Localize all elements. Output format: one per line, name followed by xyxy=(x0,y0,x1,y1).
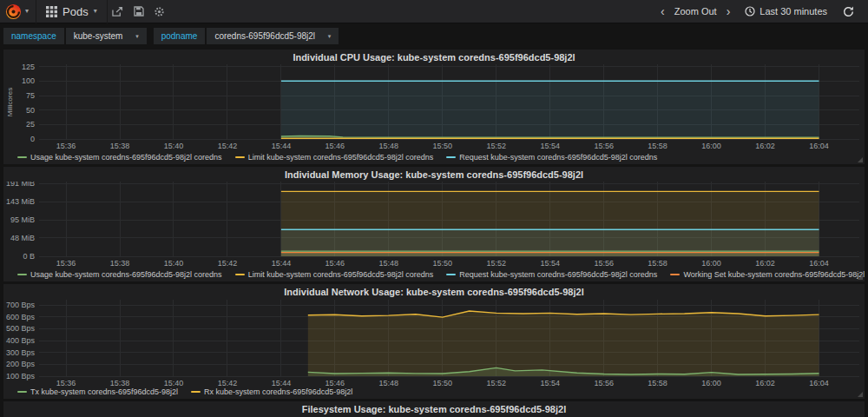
svg-text:25: 25 xyxy=(26,120,35,129)
svg-text:15:50: 15:50 xyxy=(433,259,453,268)
dashboard-grid-icon xyxy=(46,6,57,17)
network-usage-chart[interactable]: 15:3615:3815:4015:4215:4415:4615:4815:50… xyxy=(3,300,865,388)
share-icon xyxy=(112,6,123,17)
legend-swatch-icon xyxy=(446,156,456,158)
svg-text:15:42: 15:42 xyxy=(218,259,238,268)
legend-label: Limit kube-system coredns-695f96dcd5-98j… xyxy=(248,153,434,162)
legend-swatch-icon xyxy=(446,274,456,275)
legend-item[interactable]: Tx kube-system coredns-695f96dcd5-98j2l xyxy=(17,387,178,396)
svg-text:15:36: 15:36 xyxy=(56,259,76,268)
legend-item[interactable]: Limit kube-system coredns-695f96dcd5-98j… xyxy=(235,270,434,279)
svg-text:600 Bps: 600 Bps xyxy=(6,313,36,321)
svg-text:15:38: 15:38 xyxy=(110,259,130,268)
time-shift-back-button[interactable]: ‹ xyxy=(656,4,669,18)
svg-text:15:52: 15:52 xyxy=(486,259,506,268)
svg-text:15:58: 15:58 xyxy=(648,142,667,150)
clock-icon xyxy=(745,6,755,17)
dashboard-title: Pods xyxy=(62,5,89,18)
refresh-button[interactable] xyxy=(838,6,859,17)
legend-label: Usage kube-system coredns-695f96dcd5-98j… xyxy=(30,270,222,279)
svg-text:300 Bps: 300 Bps xyxy=(6,348,36,357)
svg-text:16:04: 16:04 xyxy=(809,142,829,150)
svg-text:15:44: 15:44 xyxy=(272,259,292,268)
svg-text:15:40: 15:40 xyxy=(164,259,184,268)
panel-title[interactable]: Individual Network Usage: kube-system co… xyxy=(3,287,865,297)
svg-text:15:52: 15:52 xyxy=(486,142,506,150)
resize-grip[interactable] xyxy=(858,392,863,397)
settings-button[interactable] xyxy=(149,0,170,23)
zoom-out-button[interactable]: Zoom Out xyxy=(673,6,719,17)
cpu-usage-chart[interactable]: 15:3615:3815:4015:4215:4415:4615:4815:50… xyxy=(3,64,865,151)
svg-text:15:40: 15:40 xyxy=(164,142,184,150)
y-axis-label: Millicores xyxy=(6,72,14,133)
svg-text:15:56: 15:56 xyxy=(594,379,614,387)
panel-title[interactable]: Individual Memory Usage: kube-system cor… xyxy=(3,169,865,180)
panel-cpu-usage: Individual CPU Usage: kube-system coredn… xyxy=(3,50,865,164)
legend-label: Request kube-system coredns-695f96dcd5-9… xyxy=(459,270,657,279)
legend-item[interactable]: Request kube-system coredns-695f96dcd5-9… xyxy=(446,270,657,279)
refresh-icon xyxy=(843,6,854,17)
timepicker-controls: ‹ Zoom Out › Last 30 minutes xyxy=(656,4,868,18)
legend-swatch-icon xyxy=(17,391,27,393)
legend-label: Limit kube-system coredns-695f96dcd5-98j… xyxy=(248,270,434,279)
legend-item[interactable]: Request kube-system coredns-695f96dcd5-9… xyxy=(446,153,657,162)
svg-text:16:04: 16:04 xyxy=(809,259,829,268)
svg-text:48 MiB: 48 MiB xyxy=(10,234,35,242)
panel-memory-usage: Individual Memory Usage: kube-system cor… xyxy=(3,167,865,281)
grafana-menu-button[interactable]: ▾ xyxy=(0,0,36,23)
svg-text:15:48: 15:48 xyxy=(379,379,399,387)
legend-swatch-icon xyxy=(17,274,27,275)
svg-text:15:52: 15:52 xyxy=(486,379,506,387)
legend-label: Usage kube-system coredns-695f96dcd5-98j… xyxy=(30,153,222,162)
svg-text:15:46: 15:46 xyxy=(326,379,345,387)
memory-usage-chart[interactable]: 15:3615:3815:4015:4215:4415:4615:4815:50… xyxy=(3,182,865,268)
svg-text:125: 125 xyxy=(22,64,35,71)
submenu-variables: namespace kube-system ▾ podname coredns-… xyxy=(0,23,868,49)
panel-filesystem-usage: Filesystem Usage: kube-system coredns-69… xyxy=(3,401,865,417)
svg-text:15:36: 15:36 xyxy=(56,379,76,387)
chevron-down-icon: ▾ xyxy=(135,33,139,39)
svg-text:15:48: 15:48 xyxy=(379,259,399,268)
save-button[interactable] xyxy=(128,0,149,23)
svg-text:15:46: 15:46 xyxy=(326,259,345,268)
variable-namespace-value: kube-system xyxy=(74,31,123,41)
resize-grip[interactable] xyxy=(858,157,863,162)
variable-podname: podname coredns-695f96dcd5-98j2l ▾ xyxy=(154,28,339,44)
panel-network-usage: Individual Network Usage: kube-system co… xyxy=(3,284,865,399)
cpu-legend: Usage kube-system coredns-695f96dcd5-98j… xyxy=(17,153,657,162)
time-range-picker[interactable]: Last 30 minutes xyxy=(738,6,834,17)
chevron-down-icon: ▾ xyxy=(25,8,29,15)
svg-text:50: 50 xyxy=(26,106,35,115)
svg-text:15:42: 15:42 xyxy=(218,142,238,150)
panel-title[interactable]: Individual CPU Usage: kube-system coredn… xyxy=(3,52,865,63)
panel-title[interactable]: Filesystem Usage: kube-system coredns-69… xyxy=(3,404,865,414)
time-shift-forward-button[interactable]: › xyxy=(722,4,735,18)
svg-text:15:38: 15:38 xyxy=(110,379,130,387)
svg-text:95 MiB: 95 MiB xyxy=(10,215,35,224)
legend-item[interactable]: Usage kube-system coredns-695f96dcd5-98j… xyxy=(17,270,222,279)
svg-text:15:44: 15:44 xyxy=(272,379,292,387)
svg-text:16:02: 16:02 xyxy=(755,142,775,150)
grafana-logo-icon xyxy=(5,3,22,20)
svg-text:500 Bps: 500 Bps xyxy=(6,324,36,333)
save-icon xyxy=(134,6,144,17)
gear-icon xyxy=(154,6,165,17)
legend-item[interactable]: Rx kube-system coredns-695f96dcd5-98j2l xyxy=(191,387,352,396)
svg-text:15:44: 15:44 xyxy=(272,142,292,150)
svg-text:200 Bps: 200 Bps xyxy=(6,360,36,368)
legend-swatch-icon xyxy=(235,156,245,158)
variable-podname-dropdown[interactable]: coredns-695f96dcd5-98j2l ▾ xyxy=(207,28,339,44)
share-button[interactable] xyxy=(108,0,128,23)
legend-item[interactable]: Working Set kube-system coredns-695f96dc… xyxy=(670,270,865,279)
svg-text:15:46: 15:46 xyxy=(326,142,345,150)
resize-grip[interactable] xyxy=(858,275,863,280)
legend-item[interactable]: Limit kube-system coredns-695f96dcd5-98j… xyxy=(235,153,434,162)
svg-text:15:54: 15:54 xyxy=(540,379,560,387)
svg-text:16:00: 16:00 xyxy=(701,379,721,387)
svg-text:100 Bps: 100 Bps xyxy=(6,372,36,381)
variable-namespace-label: namespace xyxy=(3,28,64,44)
legend-swatch-icon xyxy=(670,274,680,275)
variable-namespace-dropdown[interactable]: kube-system ▾ xyxy=(66,28,147,44)
dashboard-picker[interactable]: Pods ▾ xyxy=(36,0,107,23)
legend-item[interactable]: Usage kube-system coredns-695f96dcd5-98j… xyxy=(17,153,222,162)
